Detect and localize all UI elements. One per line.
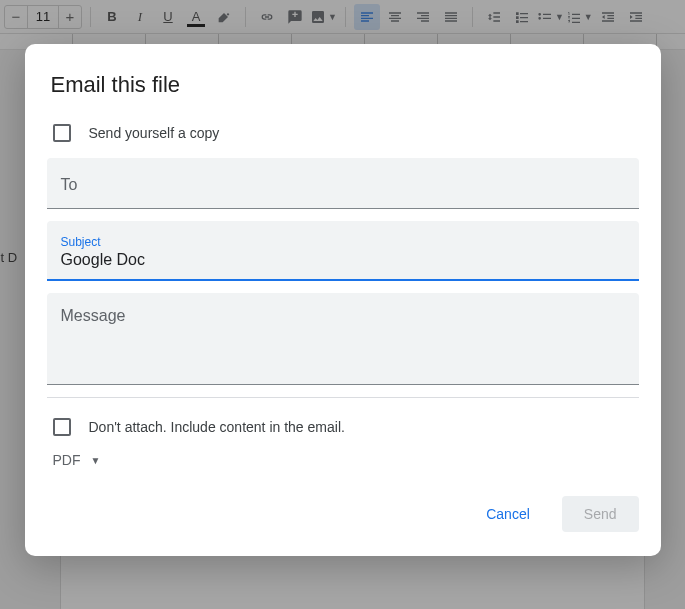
send-label: Send [584,506,617,522]
cancel-label: Cancel [486,506,530,522]
format-label: PDF [53,452,81,468]
dropdown-caret-icon: ▼ [91,455,101,466]
subject-value: Google Doc [61,251,625,269]
send-copy-row[interactable]: Send yourself a copy [25,118,661,154]
send-copy-label: Send yourself a copy [89,125,220,141]
dont-attach-label: Don't attach. Include content in the ema… [89,419,345,435]
email-file-dialog: Email this file Send yourself a copy To … [25,44,661,556]
subject-floating-label: Subject [61,235,625,249]
message-field[interactable]: Message [47,293,639,385]
dialog-title: Email this file [25,66,661,118]
dont-attach-row[interactable]: Don't attach. Include content in the ema… [25,412,661,448]
message-placeholder: Message [61,307,625,325]
cancel-button[interactable]: Cancel [464,496,552,532]
to-placeholder: To [61,176,625,194]
send-copy-checkbox[interactable] [53,124,71,142]
to-field[interactable]: To [47,158,639,209]
send-button[interactable]: Send [562,496,639,532]
dont-attach-checkbox[interactable] [53,418,71,436]
subject-field[interactable]: Subject Google Doc [47,221,639,281]
dialog-divider [47,397,639,398]
format-dropdown[interactable]: PDF ▼ [25,448,661,468]
modal-scrim[interactable]: Email this file Send yourself a copy To … [0,0,685,609]
dialog-actions: Cancel Send [25,468,661,538]
